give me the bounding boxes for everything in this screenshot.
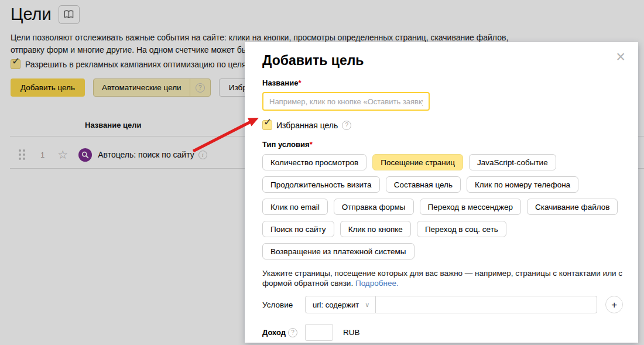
type-chip[interactable]: Переход в мессенджер	[420, 199, 521, 215]
name-field-label: Название*	[262, 78, 633, 87]
modal-title: Добавить цель	[262, 53, 633, 69]
help-icon[interactable]: ?	[342, 121, 351, 130]
type-chip[interactable]: Посещение страниц	[372, 154, 463, 170]
type-chip[interactable]: Продолжительность визита	[262, 176, 380, 193]
type-chip[interactable]: Клик по номеру телефона	[467, 176, 578, 193]
condition-operator-select[interactable]: url: содержит ∨	[305, 296, 376, 313]
condition-label: Условие	[262, 300, 294, 309]
check-icon: ✓	[263, 117, 272, 127]
screen: Цели Цели позволяют отслеживать важные с…	[0, 0, 644, 345]
add-goal-modal: × Добавить цель Название* ✓ Избранная це…	[245, 42, 638, 343]
learn-more-link[interactable]: Подробнее.	[355, 279, 399, 288]
type-field-label: Тип условия*	[262, 140, 633, 149]
help-icon[interactable]: ?	[288, 328, 297, 337]
type-chip[interactable]: Количество просмотров	[262, 154, 366, 170]
condition-value-input[interactable]	[376, 296, 597, 313]
goal-name-input[interactable]	[262, 92, 430, 111]
type-chip[interactable]: Составная цель	[386, 176, 461, 193]
required-asterisk: *	[310, 140, 313, 149]
add-condition-button[interactable]: +	[605, 296, 623, 313]
currency-label: RUB	[343, 328, 360, 337]
plus-icon: +	[611, 300, 617, 310]
type-chip[interactable]: Отправка формы	[334, 199, 414, 215]
required-asterisk: *	[298, 78, 301, 87]
condition-type-chips: Количество просмотровПосещение страницJa…	[262, 154, 635, 259]
type-chip[interactable]: Клик по кнопке	[340, 221, 411, 237]
type-chip[interactable]: JavaScript-событие	[469, 154, 556, 170]
condition-operator-value: url: содержит	[313, 300, 359, 309]
chevron-down-icon: ∨	[365, 301, 369, 309]
type-chip[interactable]: Возвращение из платежной системы	[262, 243, 415, 259]
revenue-input[interactable]	[305, 324, 333, 341]
type-chip[interactable]: Переход в соц. сеть	[417, 221, 506, 237]
close-icon[interactable]: ×	[616, 49, 625, 65]
favorite-goal-label: Избранная цель	[276, 121, 338, 130]
type-chip[interactable]: Клик по email	[262, 199, 328, 215]
type-chip[interactable]: Поиск по сайту	[262, 221, 334, 237]
revenue-label: Доход	[262, 328, 286, 337]
favorite-goal-checkbox[interactable]: ✓	[262, 120, 272, 130]
type-chip[interactable]: Скачивание файлов	[527, 199, 618, 215]
help-text: Укажите страницы, посещение которых для …	[262, 268, 625, 288]
